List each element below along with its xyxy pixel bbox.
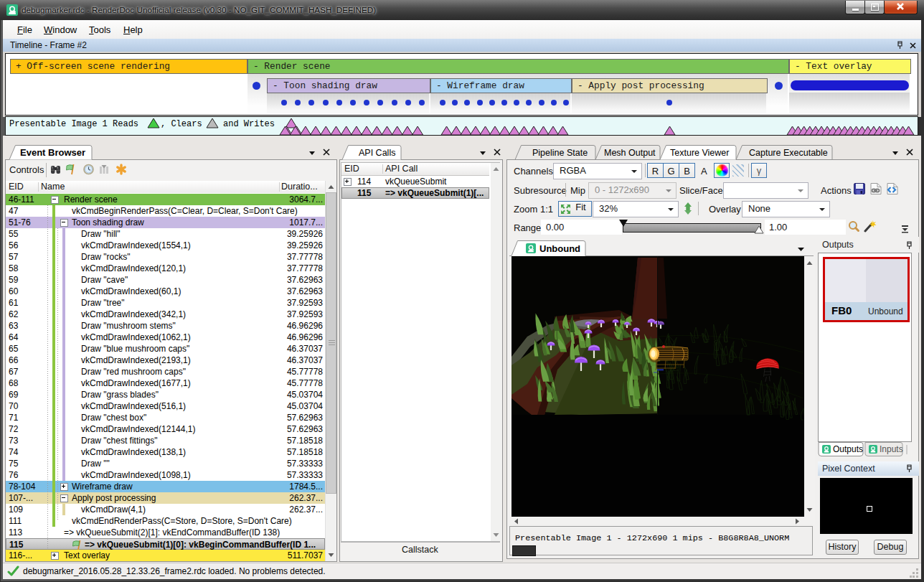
svg-text:API Calls: API Calls	[359, 148, 395, 158]
svg-text:Pipeline State: Pipeline State	[532, 148, 588, 158]
svg-text:Outputs: Outputs	[833, 444, 863, 454]
svg-text:Capture Executable: Capture Executable	[749, 148, 828, 158]
svg-text:Unbound: Unbound	[539, 243, 580, 254]
svg-text:Event Browser: Event Browser	[20, 147, 85, 158]
svg-text:Mesh Output: Mesh Output	[604, 148, 656, 158]
svg-text:Inputs: Inputs	[880, 444, 903, 454]
svg-text:Texture Viewer: Texture Viewer	[670, 148, 729, 158]
